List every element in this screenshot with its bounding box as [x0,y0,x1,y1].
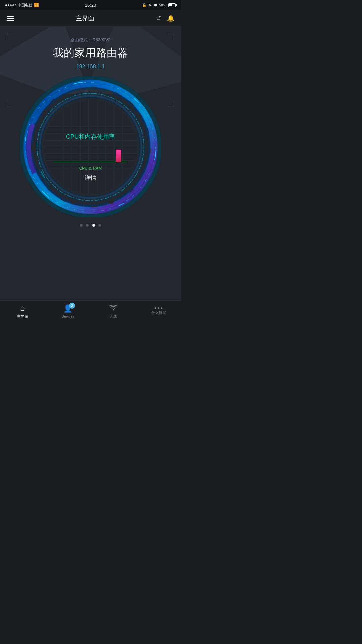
page-dot-3[interactable] [98,224,101,227]
more-dot-3 [161,307,162,309]
devices-badge: 2 [69,303,75,309]
dot-4 [12,4,14,6]
page-dot-2-active[interactable] [92,224,95,227]
router-mode: 路由模式：R6300V2 [0,37,181,43]
router-info: 路由模式：R6300V2 我的家用路由器 192.168.1.1 [0,27,181,70]
menu-button[interactable] [7,16,14,21]
router-ip: 192.168.1.1 [0,64,181,70]
wireless-icon [109,304,118,313]
status-time: 16:20 [85,3,96,8]
lock-icon: 🔒 [142,3,147,7]
bracket-br [168,101,174,107]
menu-line-2 [7,18,14,19]
tab-wireless-label: 无线 [110,314,117,319]
home-icon: ⌂ [20,304,25,313]
battery-fill [169,4,172,6]
dot-3 [10,4,12,6]
tab-more-label: 什么值买 [151,310,166,315]
dot-2 [8,4,9,6]
battery-bar [168,3,176,7]
menu-line-1 [7,16,14,17]
location-icon: ➤ [149,3,152,7]
menu-line-3 [7,20,14,21]
devices-badge-wrap: 👤 2 [63,304,72,313]
svg-text:CPU & RAM: CPU & RAM [79,166,102,171]
status-left: 中国电信 📶 [5,3,39,8]
tab-home-label: 主界面 [17,314,28,319]
tab-home[interactable]: ⌂ 主界面 [0,304,45,319]
nav-title: 主界面 [76,14,94,22]
signal-dots [5,4,16,6]
tab-wireless[interactable]: 无线 [90,304,136,319]
page-dots [0,217,181,230]
refresh-button[interactable]: ↺ [156,15,161,22]
main-content: 路由模式：R6300V2 我的家用路由器 192.168.1.1 [0,27,181,300]
tab-more[interactable]: 什么值买 [136,307,181,315]
notification-button[interactable]: 🔔 [167,15,174,22]
more-dot-1 [155,307,156,309]
more-dot-2 [158,307,159,309]
router-name: 我的家用路由器 [0,46,181,60]
ring-svg: CPU和内存使用率 CPU & RAM 详情 [20,76,161,217]
status-right: 🔒 ➤ ✱ 58% [142,3,176,7]
battery-percent: 58% [159,3,166,7]
page-dot-1[interactable] [86,224,89,227]
dot-1 [5,4,7,6]
page-dot-0[interactable] [80,224,83,227]
nav-bar: 主界面 ↺ 🔔 [0,10,181,27]
tab-devices[interactable]: 👤 2 Devices [45,304,90,318]
status-bar: 中国电信 📶 16:20 🔒 ➤ ✱ 58% [0,0,181,10]
bracket-bl [7,101,13,107]
svg-text:CPU和内存使用率: CPU和内存使用率 [66,133,115,140]
svg-text:详情: 详情 [85,175,96,181]
nav-actions: ↺ 🔔 [156,15,174,22]
tab-devices-label: Devices [61,314,74,318]
ring-gauge[interactable]: CPU和内存使用率 CPU & RAM 详情 [20,76,161,217]
wifi-status-icon: 📶 [34,3,39,7]
more-icon [155,307,162,309]
svg-rect-37 [116,150,121,162]
bluetooth-icon: ✱ [154,3,157,7]
tab-bar: ⌂ 主界面 👤 2 Devices 无线 什么值买 [0,300,181,322]
dot-5 [15,4,16,6]
carrier-label: 中国电信 [18,3,33,8]
